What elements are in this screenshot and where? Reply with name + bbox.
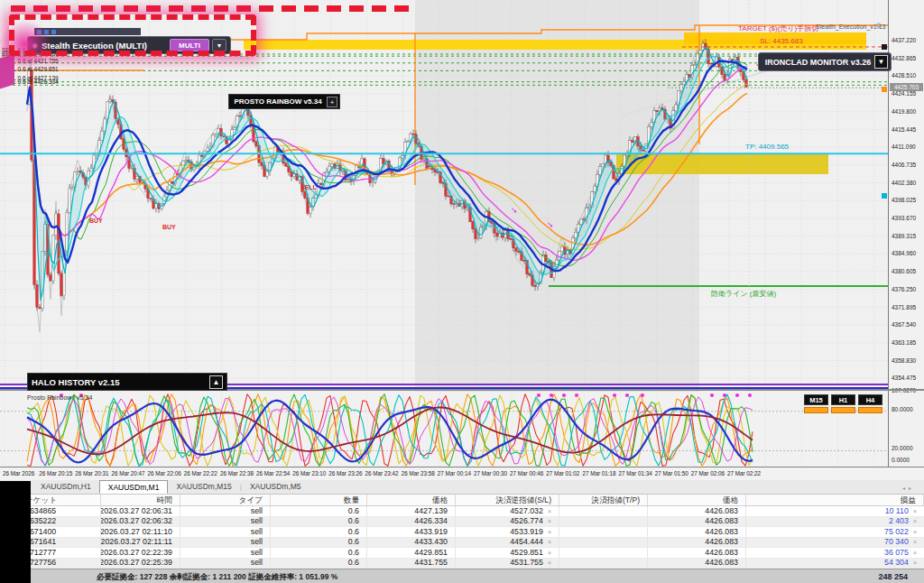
oscillator-axis-label: 0.0000	[892, 457, 910, 463]
oscillator-subwindow[interactable]	[0, 392, 888, 467]
tab-scroll-arrows[interactable]: ◂▸	[902, 485, 915, 491]
cell-price-value: 4429.851	[414, 548, 448, 558]
table-row[interactable]: 57127772026.03.27 02:22:39sell0.64429.85…	[0, 548, 924, 559]
tf-status-bar	[831, 407, 855, 413]
halo-collapse-button[interactable]: ▲	[209, 375, 223, 389]
tf-button-h1[interactable]: H1	[831, 394, 855, 405]
close-position-icon[interactable]: ×	[548, 538, 551, 548]
tab-scroll-left-icon: ◂	[902, 486, 909, 491]
close-position-icon[interactable]: ×	[913, 506, 917, 516]
cell-sl: 4531.755×	[456, 559, 559, 569]
ea-active-icon[interactable]: ☺	[874, 21, 882, 30]
table-row[interactable]: 56714002026.03.27 02:11:10sell0.64433.91…	[0, 527, 924, 538]
cell-close-value: 4426.083	[705, 559, 738, 569]
tab-xauusdm-m15[interactable]: XAUUSDm,M15	[168, 480, 239, 494]
tf-button-h4[interactable]: H4	[858, 394, 882, 405]
cell-price: 4426.334	[367, 517, 456, 527]
time-axis-label: 26 Mar 22:06	[148, 470, 181, 477]
time-axis-label: 26 Mar 23:26	[328, 470, 362, 477]
table-row[interactable]: 57277562026.03.27 02:25:39sell0.64431.75…	[0, 559, 924, 569]
take-profit-label: TP: 4409.565	[745, 143, 789, 151]
ironclad-collapse-button[interactable]: ▼	[874, 55, 888, 69]
cell-type: sell	[180, 506, 271, 516]
cell-type-value: sell	[251, 548, 263, 558]
prosto-rainbow-panel[interactable]: PROSTO RAINBOW v5.34 +	[228, 94, 340, 109]
ironclad-monitor-panel[interactable]: IRONCLAD MONITOR v3.26 ▼	[758, 52, 892, 71]
tab-xauusdm-m1[interactable]: XAUUSDm,M1	[99, 480, 169, 494]
time-axis-label: 26 Mar 23:10	[292, 470, 326, 477]
cell-price-value: 4426.334	[414, 517, 448, 527]
close-position-icon[interactable]: ×	[913, 517, 917, 527]
time-axis-label: 27 Mar 01:18	[582, 470, 615, 477]
close-position-icon[interactable]: ×	[548, 548, 551, 558]
cell-sl-value: 4527.032	[510, 506, 543, 516]
column-header-8[interactable]: 損益	[746, 495, 924, 505]
price-axis[interactable]: 4437.2204432.8654428.5104424.1554419.800…	[888, 0, 924, 467]
tab-xauusdm-h1[interactable]: XAUUSDm,H1	[32, 480, 99, 494]
close-position-icon[interactable]: ×	[548, 527, 551, 537]
chart-tab-bar: XAUUSDm,H1XAUUSDm,M1XAUUSDm,M15|XAUUSDm,…	[0, 480, 924, 495]
close-position-icon[interactable]: ×	[913, 538, 917, 548]
halo-history-panel[interactable]: HALO HISTORY v2.15 ▲	[27, 373, 227, 391]
column-header-1[interactable]: 時間	[101, 495, 180, 505]
close-position-icon[interactable]: ×	[548, 559, 551, 569]
time-axis-label: 26 Mar 22:54	[256, 470, 290, 477]
table-row[interactable]: 56716412026.03.27 02:11:11sell0.64433.43…	[0, 538, 924, 549]
cell-type: sell	[180, 559, 271, 569]
close-position-icon[interactable]: ×	[548, 506, 551, 516]
column-header-6[interactable]: 決済指値(T/P)	[559, 495, 648, 505]
cell-volume: 0.6	[271, 517, 367, 527]
cell-time-value: 2026.03.27 02:25:39	[101, 559, 172, 569]
cell-price-value: 4433.919	[414, 527, 448, 537]
tab-xauusdm-m5[interactable]: XAUUSDm,M5	[242, 480, 310, 494]
cell-close: 4426.083	[648, 506, 746, 516]
cell-profit-value: 75 022	[884, 527, 909, 537]
tf-button-m15[interactable]: M15	[804, 394, 828, 405]
price-axis-label: 4437.220	[892, 37, 916, 43]
cell-close: 4426.083	[648, 517, 746, 527]
table-row[interactable]: 56348652026.03.27 02:06:31sell0.64427.13…	[0, 506, 924, 517]
close-position-icon[interactable]: ×	[548, 517, 551, 527]
column-header-5[interactable]: 決済逆指値(S/L)	[456, 495, 559, 505]
cell-price: 4429.851	[367, 548, 456, 558]
cell-profit-value: 36 075	[884, 548, 909, 558]
cell-close-value: 4426.083	[705, 506, 738, 516]
cell-close-value: 4426.083	[705, 548, 738, 558]
cell-volume: 0.6	[271, 527, 367, 537]
cell-profit: 75 022×	[746, 527, 924, 537]
cell-profit-value: 54 304	[884, 559, 909, 569]
oscillator-axis-label: 20.0000	[892, 445, 913, 451]
time-axis[interactable]: 26 Mar 202626 Mar 20:1526 Mar 20:3126 Ma…	[0, 467, 924, 480]
column-header-2[interactable]: タイプ	[180, 495, 271, 505]
time-axis-label: 26 Mar 22:38	[220, 470, 254, 477]
annotation-dashed-box	[9, 14, 256, 56]
column-header-7[interactable]: 価格	[648, 495, 746, 505]
time-axis-label: 26 Mar 22:22	[184, 470, 217, 477]
close-position-icon[interactable]: ×	[913, 559, 917, 569]
time-axis-label: 27 Mar 01:34	[619, 470, 652, 477]
cell-profit-value: 2 403	[889, 517, 909, 527]
time-axis-label: 26 Mar 20:31	[75, 470, 108, 477]
price-axis-label: 4384.960	[892, 250, 916, 256]
cell-sl-value: 4526.774	[510, 517, 543, 527]
cell-volume: 0.6	[271, 506, 367, 516]
cell-time: 2026.03.27 02:11:10	[101, 527, 180, 537]
time-axis-label: 27 Mar 01:50	[655, 470, 688, 477]
cell-tp	[559, 517, 648, 527]
column-header-4[interactable]: 価格	[367, 495, 456, 505]
column-header-3[interactable]: 数量	[271, 495, 367, 505]
cell-type-value: sell	[251, 559, 263, 569]
close-position-icon[interactable]: ×	[913, 548, 917, 558]
price-axis-label: 4367.540	[892, 321, 916, 328]
main-price-chart[interactable]: ➘➘➘BUYBUYSELL	[0, 0, 888, 392]
cell-profit: 54 304×	[746, 559, 924, 569]
price-axis-label: 4424.155	[892, 90, 916, 97]
annotation-marker-wedge	[0, 53, 14, 88]
close-position-icon[interactable]: ×	[913, 527, 917, 537]
cell-type: sell	[180, 527, 271, 537]
tf-status-bar	[804, 407, 828, 413]
price-axis-label: 4371.895	[892, 304, 916, 310]
prosto-expand-button[interactable]: +	[327, 97, 337, 107]
cell-type-value: sell	[251, 506, 263, 516]
table-row[interactable]: 56352222026.03.27 02:06:32sell0.64426.33…	[0, 517, 924, 528]
